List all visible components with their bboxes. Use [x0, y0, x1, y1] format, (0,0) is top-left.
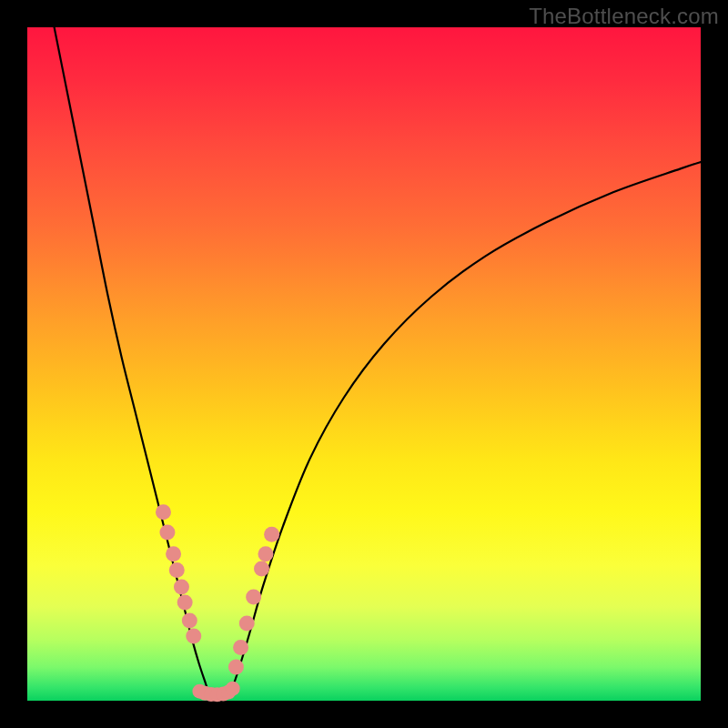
data-dot — [264, 527, 279, 542]
right-curve — [233, 162, 701, 687]
outer-frame: TheBottleneck.com — [0, 0, 728, 728]
data-dot — [246, 590, 261, 605]
data-dot — [186, 628, 201, 643]
data-dot — [177, 594, 193, 610]
curves-svg — [27, 27, 701, 701]
data-dot — [258, 546, 273, 561]
data-dot — [159, 525, 175, 541]
data-dot — [182, 612, 197, 628]
data-dot — [226, 682, 240, 696]
data-dot — [174, 579, 189, 594]
watermark-text: TheBottleneck.com — [529, 4, 719, 29]
marker-dots — [156, 504, 279, 702]
data-dot — [166, 546, 181, 561]
data-dot — [254, 561, 269, 576]
plot-area — [27, 27, 701, 701]
data-dot — [169, 562, 185, 578]
data-dot — [228, 660, 244, 675]
data-dot — [156, 504, 171, 520]
data-dot — [239, 615, 255, 631]
left-curve — [55, 27, 209, 694]
data-dot — [233, 640, 248, 655]
